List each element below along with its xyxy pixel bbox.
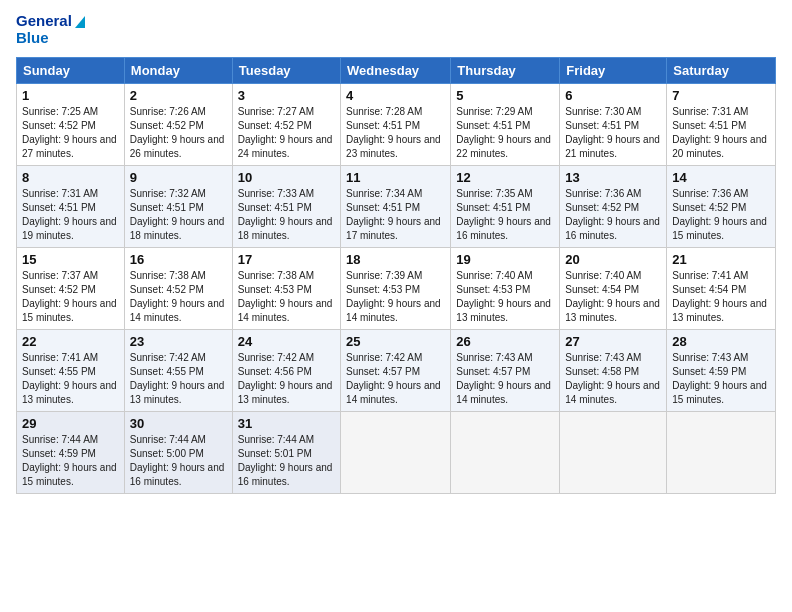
page-header: General Blue: [16, 12, 776, 47]
day-number: 10: [238, 170, 335, 185]
day-info: Sunrise: 7:29 AM Sunset: 4:51 PM Dayligh…: [456, 105, 554, 161]
calendar-cell: 13 Sunrise: 7:36 AM Sunset: 4:52 PM Dayl…: [560, 165, 667, 247]
calendar-cell: 3 Sunrise: 7:27 AM Sunset: 4:52 PM Dayli…: [232, 83, 340, 165]
day-info: Sunrise: 7:42 AM Sunset: 4:56 PM Dayligh…: [238, 351, 335, 407]
day-info: Sunrise: 7:25 AM Sunset: 4:52 PM Dayligh…: [22, 105, 119, 161]
day-number: 13: [565, 170, 661, 185]
day-info: Sunrise: 7:35 AM Sunset: 4:51 PM Dayligh…: [456, 187, 554, 243]
day-number: 29: [22, 416, 119, 431]
day-number: 28: [672, 334, 770, 349]
calendar-cell: 31 Sunrise: 7:44 AM Sunset: 5:01 PM Dayl…: [232, 411, 340, 493]
day-info: Sunrise: 7:36 AM Sunset: 4:52 PM Dayligh…: [672, 187, 770, 243]
day-info: Sunrise: 7:43 AM Sunset: 4:57 PM Dayligh…: [456, 351, 554, 407]
day-info: Sunrise: 7:40 AM Sunset: 4:53 PM Dayligh…: [456, 269, 554, 325]
calendar-cell: 14 Sunrise: 7:36 AM Sunset: 4:52 PM Dayl…: [667, 165, 776, 247]
day-number: 16: [130, 252, 227, 267]
day-info: Sunrise: 7:44 AM Sunset: 5:01 PM Dayligh…: [238, 433, 335, 489]
calendar-cell: 28 Sunrise: 7:43 AM Sunset: 4:59 PM Dayl…: [667, 329, 776, 411]
day-header-tuesday: Tuesday: [232, 57, 340, 83]
calendar-cell: 5 Sunrise: 7:29 AM Sunset: 4:51 PM Dayli…: [451, 83, 560, 165]
day-number: 23: [130, 334, 227, 349]
calendar-table: SundayMondayTuesdayWednesdayThursdayFrid…: [16, 57, 776, 494]
calendar-cell: 6 Sunrise: 7:30 AM Sunset: 4:51 PM Dayli…: [560, 83, 667, 165]
day-info: Sunrise: 7:42 AM Sunset: 4:55 PM Dayligh…: [130, 351, 227, 407]
day-info: Sunrise: 7:27 AM Sunset: 4:52 PM Dayligh…: [238, 105, 335, 161]
calendar-cell: 8 Sunrise: 7:31 AM Sunset: 4:51 PM Dayli…: [17, 165, 125, 247]
calendar-cell: 2 Sunrise: 7:26 AM Sunset: 4:52 PM Dayli…: [124, 83, 232, 165]
day-header-friday: Friday: [560, 57, 667, 83]
day-number: 3: [238, 88, 335, 103]
calendar-cell: [341, 411, 451, 493]
calendar-cell: [560, 411, 667, 493]
calendar-cell: 7 Sunrise: 7:31 AM Sunset: 4:51 PM Dayli…: [667, 83, 776, 165]
calendar-cell: 10 Sunrise: 7:33 AM Sunset: 4:51 PM Dayl…: [232, 165, 340, 247]
day-number: 5: [456, 88, 554, 103]
day-info: Sunrise: 7:41 AM Sunset: 4:54 PM Dayligh…: [672, 269, 770, 325]
day-number: 14: [672, 170, 770, 185]
day-info: Sunrise: 7:39 AM Sunset: 4:53 PM Dayligh…: [346, 269, 445, 325]
calendar-cell: 4 Sunrise: 7:28 AM Sunset: 4:51 PM Dayli…: [341, 83, 451, 165]
day-number: 15: [22, 252, 119, 267]
day-number: 7: [672, 88, 770, 103]
day-number: 18: [346, 252, 445, 267]
day-number: 20: [565, 252, 661, 267]
day-info: Sunrise: 7:38 AM Sunset: 4:52 PM Dayligh…: [130, 269, 227, 325]
day-number: 6: [565, 88, 661, 103]
day-number: 26: [456, 334, 554, 349]
day-number: 22: [22, 334, 119, 349]
calendar-cell: 26 Sunrise: 7:43 AM Sunset: 4:57 PM Dayl…: [451, 329, 560, 411]
day-number: 30: [130, 416, 227, 431]
calendar-cell: 19 Sunrise: 7:40 AM Sunset: 4:53 PM Dayl…: [451, 247, 560, 329]
calendar-cell: 24 Sunrise: 7:42 AM Sunset: 4:56 PM Dayl…: [232, 329, 340, 411]
day-number: 9: [130, 170, 227, 185]
logo-text: General Blue: [16, 12, 85, 47]
day-header-wednesday: Wednesday: [341, 57, 451, 83]
calendar-cell: 16 Sunrise: 7:38 AM Sunset: 4:52 PM Dayl…: [124, 247, 232, 329]
calendar-cell: 22 Sunrise: 7:41 AM Sunset: 4:55 PM Dayl…: [17, 329, 125, 411]
day-info: Sunrise: 7:31 AM Sunset: 4:51 PM Dayligh…: [672, 105, 770, 161]
day-info: Sunrise: 7:42 AM Sunset: 4:57 PM Dayligh…: [346, 351, 445, 407]
logo: General Blue: [16, 12, 85, 47]
day-info: Sunrise: 7:38 AM Sunset: 4:53 PM Dayligh…: [238, 269, 335, 325]
calendar-cell: 21 Sunrise: 7:41 AM Sunset: 4:54 PM Dayl…: [667, 247, 776, 329]
day-info: Sunrise: 7:36 AM Sunset: 4:52 PM Dayligh…: [565, 187, 661, 243]
day-header-thursday: Thursday: [451, 57, 560, 83]
day-number: 31: [238, 416, 335, 431]
calendar-cell: 15 Sunrise: 7:37 AM Sunset: 4:52 PM Dayl…: [17, 247, 125, 329]
day-info: Sunrise: 7:30 AM Sunset: 4:51 PM Dayligh…: [565, 105, 661, 161]
calendar-cell: 9 Sunrise: 7:32 AM Sunset: 4:51 PM Dayli…: [124, 165, 232, 247]
calendar-cell: 27 Sunrise: 7:43 AM Sunset: 4:58 PM Dayl…: [560, 329, 667, 411]
day-number: 25: [346, 334, 445, 349]
calendar-cell: 25 Sunrise: 7:42 AM Sunset: 4:57 PM Dayl…: [341, 329, 451, 411]
day-number: 8: [22, 170, 119, 185]
calendar-cell: 1 Sunrise: 7:25 AM Sunset: 4:52 PM Dayli…: [17, 83, 125, 165]
day-header-saturday: Saturday: [667, 57, 776, 83]
day-info: Sunrise: 7:44 AM Sunset: 5:00 PM Dayligh…: [130, 433, 227, 489]
calendar-cell: [667, 411, 776, 493]
day-info: Sunrise: 7:28 AM Sunset: 4:51 PM Dayligh…: [346, 105, 445, 161]
calendar-cell: 17 Sunrise: 7:38 AM Sunset: 4:53 PM Dayl…: [232, 247, 340, 329]
day-info: Sunrise: 7:32 AM Sunset: 4:51 PM Dayligh…: [130, 187, 227, 243]
day-info: Sunrise: 7:37 AM Sunset: 4:52 PM Dayligh…: [22, 269, 119, 325]
day-number: 4: [346, 88, 445, 103]
day-header-monday: Monday: [124, 57, 232, 83]
day-number: 19: [456, 252, 554, 267]
day-number: 1: [22, 88, 119, 103]
day-info: Sunrise: 7:43 AM Sunset: 4:58 PM Dayligh…: [565, 351, 661, 407]
calendar-cell: 12 Sunrise: 7:35 AM Sunset: 4:51 PM Dayl…: [451, 165, 560, 247]
day-number: 21: [672, 252, 770, 267]
calendar-cell: 23 Sunrise: 7:42 AM Sunset: 4:55 PM Dayl…: [124, 329, 232, 411]
day-info: Sunrise: 7:44 AM Sunset: 4:59 PM Dayligh…: [22, 433, 119, 489]
day-info: Sunrise: 7:26 AM Sunset: 4:52 PM Dayligh…: [130, 105, 227, 161]
day-header-sunday: Sunday: [17, 57, 125, 83]
day-info: Sunrise: 7:34 AM Sunset: 4:51 PM Dayligh…: [346, 187, 445, 243]
day-number: 24: [238, 334, 335, 349]
day-number: 2: [130, 88, 227, 103]
calendar-cell: 11 Sunrise: 7:34 AM Sunset: 4:51 PM Dayl…: [341, 165, 451, 247]
day-number: 12: [456, 170, 554, 185]
day-number: 11: [346, 170, 445, 185]
day-info: Sunrise: 7:43 AM Sunset: 4:59 PM Dayligh…: [672, 351, 770, 407]
calendar-cell: 29 Sunrise: 7:44 AM Sunset: 4:59 PM Dayl…: [17, 411, 125, 493]
day-info: Sunrise: 7:33 AM Sunset: 4:51 PM Dayligh…: [238, 187, 335, 243]
day-info: Sunrise: 7:41 AM Sunset: 4:55 PM Dayligh…: [22, 351, 119, 407]
